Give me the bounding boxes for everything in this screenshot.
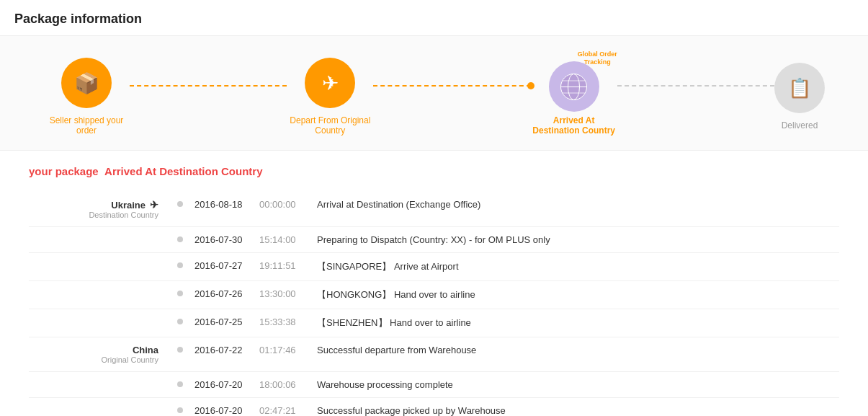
box-icon: 📦 bbox=[74, 71, 99, 95]
time-col: 18:00:06 bbox=[259, 379, 317, 390]
globe-svg bbox=[558, 71, 590, 103]
date-col: 2016-07-26 bbox=[187, 288, 259, 299]
step-delivered: 📋 Delivered bbox=[774, 63, 825, 130]
step-circle-delivered: 📋 bbox=[774, 63, 825, 113]
date-col: 2016-07-30 bbox=[187, 234, 259, 245]
event-description: 【SINGAPORE】 Arrive at Airport bbox=[317, 260, 839, 273]
timeline-row: 2016-07-2515:33:38【SHENZHEN】 Hand over t… bbox=[29, 309, 839, 337]
time-col: 02:47:21 bbox=[259, 405, 317, 416]
connector-3 bbox=[617, 85, 774, 87]
dot-col bbox=[173, 234, 187, 242]
status-highlight: Arrived At Destination Country bbox=[104, 165, 262, 177]
event-description: Warehouse processing complete bbox=[317, 379, 839, 390]
page-header: Package information bbox=[0, 0, 868, 36]
dot-col bbox=[173, 345, 187, 353]
country-role: Destination Country bbox=[29, 211, 158, 219]
timeline: Ukraine✈Destination Country2016-08-1800:… bbox=[0, 185, 868, 416]
event-description: Successful package picked up by Warehous… bbox=[317, 405, 839, 416]
plane-inline-icon: ✈ bbox=[150, 199, 158, 211]
global-order-text: Global OrderTracking bbox=[578, 50, 617, 66]
timeline-row: 2016-07-2613:30:00【HONGKONG】 Hand over t… bbox=[29, 281, 839, 309]
timeline-row: 2016-07-2002:47:21Successful package pic… bbox=[29, 398, 839, 416]
event-description: 【HONGKONG】 Hand over to airline bbox=[317, 288, 839, 301]
date-col: 2016-07-20 bbox=[187, 405, 259, 416]
time-col: 01:17:46 bbox=[259, 345, 317, 355]
timeline-dot bbox=[177, 347, 183, 353]
event-description: Preparing to Dispatch (Country: XX) - fo… bbox=[317, 234, 839, 245]
dot-col bbox=[173, 379, 187, 387]
status-text-prefix: your package bbox=[29, 165, 99, 177]
timeline-dot bbox=[177, 319, 183, 324]
dot-col bbox=[173, 405, 187, 413]
timeline-dot bbox=[177, 291, 183, 296]
event-description: Successful departure from Warehouse bbox=[317, 345, 839, 355]
step-seller-shipped: 📦 Seller shipped your order bbox=[43, 58, 130, 136]
connector-1 bbox=[130, 85, 287, 87]
event-description: Arrival at Destination (Exchange Office) bbox=[317, 199, 839, 210]
country-col: ChinaOriginal Country bbox=[29, 345, 173, 364]
step-label-depart: Depart From Original Country bbox=[287, 115, 373, 136]
status-section: your package Arrived At Destination Coun… bbox=[0, 151, 868, 185]
page-title: Package information bbox=[14, 12, 854, 27]
timeline-row: 2016-07-2018:00:06Warehouse processing c… bbox=[29, 372, 839, 398]
page-wrapper: Package information 📦 Seller shipped you… bbox=[0, 0, 868, 416]
time-col: 00:00:00 bbox=[259, 199, 317, 210]
timeline-row: 2016-07-3015:14:00Preparing to Dispatch … bbox=[29, 227, 839, 253]
time-col: 15:14:00 bbox=[259, 234, 317, 245]
time-col: 13:30:00 bbox=[259, 288, 317, 299]
timeline-dot bbox=[177, 262, 183, 268]
timeline-dot bbox=[177, 381, 183, 387]
timeline-dot bbox=[177, 236, 183, 242]
timeline-row: ChinaOriginal Country2016-07-2201:17:46S… bbox=[29, 337, 839, 372]
step-label-seller: Seller shipped your order bbox=[43, 115, 130, 136]
time-col: 19:11:51 bbox=[259, 260, 317, 271]
plane-icon: ✈ bbox=[322, 71, 339, 95]
timeline-dot bbox=[177, 201, 183, 207]
step-arrived: Global OrderTracking Arrived At Destinat… bbox=[531, 58, 617, 136]
date-col: 2016-08-18 bbox=[187, 199, 259, 210]
event-description: 【SHENZHEN】 Hand over to airline bbox=[317, 317, 839, 329]
country-role: Original Country bbox=[29, 355, 158, 364]
date-col: 2016-07-20 bbox=[187, 379, 259, 390]
date-col: 2016-07-22 bbox=[187, 345, 259, 355]
step-depart: ✈ Depart From Original Country bbox=[287, 58, 373, 136]
timeline-row: Ukraine✈Destination Country2016-08-1800:… bbox=[29, 192, 839, 227]
time-col: 15:33:38 bbox=[259, 317, 317, 327]
globe-icon bbox=[549, 61, 599, 112]
country-col: Ukraine✈Destination Country bbox=[29, 199, 173, 219]
dot-col bbox=[173, 288, 187, 296]
date-col: 2016-07-27 bbox=[187, 260, 259, 271]
step-label-delivered: Delivered bbox=[782, 120, 818, 130]
tracking-bar: 📦 Seller shipped your order ✈ Depart Fro… bbox=[0, 36, 868, 151]
step-circle-depart: ✈ bbox=[305, 58, 355, 108]
step-circle-seller: 📦 bbox=[61, 58, 112, 108]
status-title: your package Arrived At Destination Coun… bbox=[29, 165, 839, 177]
step-label-arrived: Arrived At Destination Country bbox=[531, 115, 617, 136]
connector-2 bbox=[373, 85, 530, 87]
dot-col bbox=[173, 199, 187, 207]
globe-container: Global OrderTracking bbox=[542, 58, 607, 115]
country-name: Ukraine✈ bbox=[29, 199, 158, 211]
timeline-dot bbox=[177, 407, 183, 413]
date-col: 2016-07-25 bbox=[187, 317, 259, 327]
dot-col bbox=[173, 260, 187, 268]
doc-icon: 📋 bbox=[788, 77, 811, 99]
dot-col bbox=[173, 317, 187, 324]
timeline-row: 2016-07-2719:11:51【SINGAPORE】 Arrive at … bbox=[29, 253, 839, 281]
country-name: China bbox=[29, 345, 158, 355]
